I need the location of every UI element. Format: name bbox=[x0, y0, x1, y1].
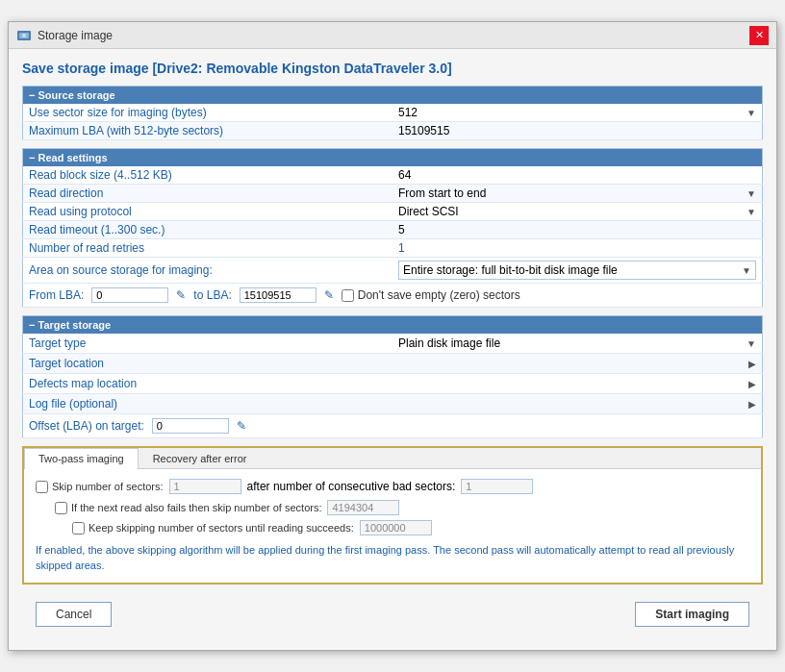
dont-save-empty-checkbox[interactable] bbox=[342, 289, 354, 302]
area-value: Entire storage: full bit-to-bit disk ima… bbox=[403, 263, 618, 277]
offset-lba-container: Offset (LBA) on target: ✎ bbox=[29, 418, 756, 434]
from-lba-input[interactable] bbox=[91, 287, 168, 303]
svg-point-2 bbox=[22, 34, 26, 37]
target-type-dropdown-arrow-icon: ▼ bbox=[747, 338, 756, 349]
target-storage-minus: − bbox=[29, 319, 35, 331]
tab-header: Two-pass imaging Recovery after error bbox=[24, 448, 761, 469]
close-button[interactable]: ✕ bbox=[749, 26, 769, 45]
keep-skipping-checkbox[interactable] bbox=[72, 522, 85, 535]
tab-two-pass[interactable]: Two-pass imaging bbox=[24, 448, 139, 469]
dropdown-arrow-icon: ▼ bbox=[747, 108, 756, 118]
after-bad-sectors-text: after number of consecutive bad sectors: bbox=[247, 480, 456, 493]
offset-lba-row: Offset (LBA) on target: ✎ bbox=[23, 414, 763, 438]
if-next-read-text: If the next read also fails then skip nu… bbox=[71, 502, 321, 513]
source-sector-size-value: 512 bbox=[398, 106, 418, 119]
max-lba-value: 15109515 bbox=[392, 122, 763, 140]
if-next-read-input[interactable] bbox=[327, 500, 399, 515]
skip-sectors-label[interactable]: Skip number of sectors: bbox=[36, 481, 164, 493]
target-type-value-cell: Plain disk image file ▼ bbox=[392, 334, 763, 354]
skip-sectors-checkbox[interactable] bbox=[36, 481, 48, 493]
title-bar-left: Storage image bbox=[16, 28, 113, 43]
after-bad-sectors-input[interactable] bbox=[461, 479, 533, 494]
page-title: Save storage image [Drive2: Removable Ki… bbox=[22, 61, 763, 76]
if-next-read-checkbox[interactable] bbox=[55, 502, 67, 514]
read-direction-value-cell: From start to end ▼ bbox=[392, 185, 763, 203]
target-location-nav[interactable]: ▶ bbox=[398, 359, 756, 369]
if-next-read-row: If the next read also fails then skip nu… bbox=[36, 500, 749, 515]
read-direction-row: Read direction From start to end ▼ bbox=[23, 185, 763, 203]
offset-lba-edit-icon[interactable]: ✎ bbox=[237, 419, 246, 433]
lba-container: From LBA: ✎ to LBA: ✎ Don't save empty (… bbox=[29, 287, 756, 303]
target-location-label: Target location bbox=[23, 354, 393, 374]
to-lba-edit-icon[interactable]: ✎ bbox=[324, 288, 334, 302]
to-lba-input[interactable] bbox=[240, 287, 317, 303]
area-row: Area on source storage for imaging: Enti… bbox=[23, 258, 763, 284]
read-direction-dropdown[interactable]: From start to end ▼ bbox=[398, 187, 756, 200]
dont-save-empty-text: Don't save empty (zero) sectors bbox=[358, 288, 520, 302]
read-protocol-row: Read using protocol Direct SCSI ▼ bbox=[23, 203, 763, 221]
cancel-button[interactable]: Cancel bbox=[36, 602, 112, 627]
read-settings-table: − Read settings Read block size (4..512 … bbox=[22, 148, 763, 308]
defects-map-nav[interactable]: ▶ bbox=[398, 379, 756, 389]
target-type-row: Target type Plain disk image file ▼ bbox=[23, 334, 763, 354]
keep-skipping-text: Keep skipping number of sectors until re… bbox=[89, 522, 354, 534]
tab-recovery[interactable]: Recovery after error bbox=[139, 448, 262, 468]
read-settings-title: Read settings bbox=[38, 152, 108, 163]
app-icon bbox=[16, 28, 32, 43]
storage-image-window: Storage image ✕ Save storage image [Driv… bbox=[8, 21, 777, 651]
area-dropdown[interactable]: Entire storage: full bit-to-bit disk ima… bbox=[398, 261, 756, 280]
window-title: Storage image bbox=[38, 29, 113, 42]
read-protocol-label: Read using protocol bbox=[23, 203, 393, 221]
read-block-size-value: 64 bbox=[392, 166, 763, 185]
read-settings-minus: − bbox=[29, 152, 35, 163]
source-storage-title: Source storage bbox=[38, 89, 115, 101]
log-file-label: Log file (optional) bbox=[23, 394, 393, 414]
target-type-dropdown[interactable]: Plain disk image file ▼ bbox=[398, 336, 756, 350]
from-lba-edit-icon[interactable]: ✎ bbox=[176, 288, 186, 302]
dropdown-arrow-icon: ▼ bbox=[747, 188, 756, 199]
defects-map-label: Defects map location bbox=[23, 374, 393, 394]
dont-save-empty-label[interactable]: Don't save empty (zero) sectors bbox=[342, 288, 520, 302]
source-sector-size-row: Use sector size for imaging (bytes) 512 … bbox=[23, 104, 763, 122]
footer: Cancel Start imaging bbox=[22, 596, 763, 638]
target-location-arrow-icon: ▶ bbox=[748, 359, 756, 369]
log-file-nav[interactable]: ▶ bbox=[398, 399, 756, 410]
to-lba-label: to LBA: bbox=[193, 288, 231, 302]
lba-row: From LBA: ✎ to LBA: ✎ Don't save empty (… bbox=[23, 284, 763, 308]
log-file-row: Log file (optional) ▶ bbox=[23, 394, 763, 414]
target-storage-header: − Target storage bbox=[23, 316, 763, 335]
title-bar: Storage image ✕ bbox=[9, 22, 776, 49]
start-imaging-button[interactable]: Start imaging bbox=[635, 602, 749, 627]
skip-sectors-row: Skip number of sectors: after number of … bbox=[36, 479, 749, 494]
skip-sectors-input[interactable] bbox=[169, 479, 241, 494]
read-protocol-dropdown[interactable]: Direct SCSI ▼ bbox=[398, 205, 756, 218]
area-label: Area on source storage for imaging: bbox=[29, 263, 213, 277]
defects-map-arrow-icon: ▶ bbox=[748, 379, 756, 389]
source-sector-size-dropdown[interactable]: 512 ▼ bbox=[398, 106, 756, 119]
source-storage-table: − Source storage Use sector size for ima… bbox=[22, 86, 763, 140]
skip-sectors-text: Skip number of sectors: bbox=[52, 481, 164, 492]
read-timeout-value: 5 bbox=[392, 221, 763, 239]
from-lba-label: From LBA: bbox=[29, 288, 84, 302]
tab-container: Two-pass imaging Recovery after error Sk… bbox=[22, 446, 763, 585]
area-dropdown-arrow-icon: ▼ bbox=[742, 265, 751, 276]
two-pass-note: If enabled, the above skipping algorithm… bbox=[36, 543, 749, 573]
read-protocol-value: Direct SCSI bbox=[398, 205, 459, 218]
keep-skipping-input[interactable] bbox=[360, 520, 432, 535]
read-timeout-label: Read timeout (1..300 sec.) bbox=[23, 221, 393, 239]
target-type-label: Target type bbox=[23, 334, 393, 354]
max-lba-label: Maximum LBA (with 512-byte sectors) bbox=[23, 122, 393, 140]
offset-lba-input[interactable] bbox=[152, 418, 229, 434]
tab-body-two-pass: Skip number of sectors: after number of … bbox=[24, 469, 761, 583]
defects-map-row: Defects map location ▶ bbox=[23, 374, 763, 394]
source-sector-size-label: Use sector size for imaging (bytes) bbox=[23, 104, 393, 122]
target-storage-table: − Target storage Target type Plain disk … bbox=[22, 315, 763, 438]
target-type-value: Plain disk image file bbox=[398, 336, 500, 350]
if-next-read-label[interactable]: If the next read also fails then skip nu… bbox=[55, 502, 321, 514]
offset-lba-label: Offset (LBA) on target: bbox=[29, 419, 144, 433]
read-block-size-row: Read block size (4..512 KB) 64 bbox=[23, 166, 763, 185]
keep-skipping-row: Keep skipping number of sectors until re… bbox=[36, 520, 749, 535]
source-sector-size-value-cell: 512 ▼ bbox=[392, 104, 763, 122]
keep-skipping-label[interactable]: Keep skipping number of sectors until re… bbox=[72, 522, 354, 535]
read-retries-label: Number of read retries bbox=[23, 239, 393, 258]
